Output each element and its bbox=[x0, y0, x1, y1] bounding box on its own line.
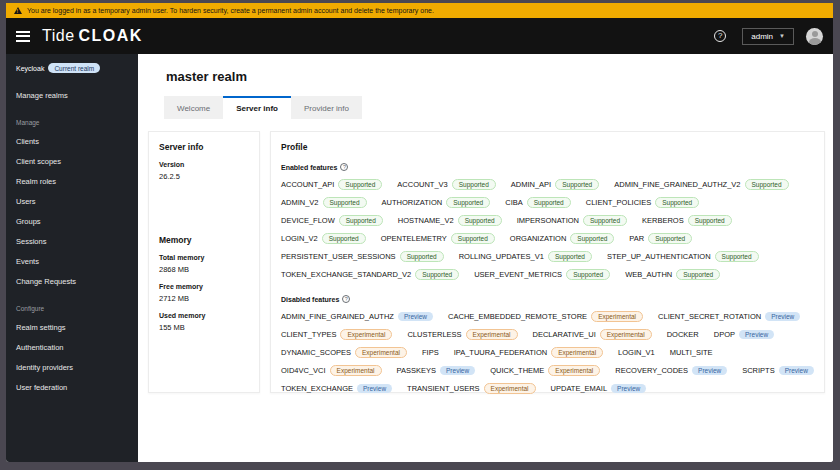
question-circle-icon[interactable]: ? bbox=[340, 163, 348, 171]
sidebar-item[interactable]: User federation bbox=[6, 377, 138, 397]
feature-name: ADMIN_V2 bbox=[281, 198, 319, 207]
main-content: master realm Welcome Server info Provide… bbox=[138, 54, 833, 462]
feature-item: QUICK_THEME Experimental bbox=[490, 365, 600, 376]
realm-selector[interactable]: Keycloak Current realm bbox=[6, 61, 138, 81]
sidebar-item[interactable]: Sessions bbox=[6, 231, 138, 251]
sidebar-item[interactable]: Events bbox=[6, 251, 138, 271]
feature-badge: Experimental bbox=[600, 329, 652, 340]
avatar[interactable] bbox=[806, 28, 823, 45]
feature-name: MULTI_SITE bbox=[670, 348, 713, 357]
sidebar-item[interactable]: Realm roles bbox=[6, 171, 138, 191]
feature-item: ORGANIZATION Supported bbox=[510, 233, 615, 244]
sidebar-top-items: Manage realms bbox=[6, 81, 138, 105]
temporary-admin-warning-banner: You are logged in as a temporary admin u… bbox=[6, 3, 833, 18]
feature-item: TOKEN_EXCHANGE_STANDARD_V2 Supported bbox=[281, 269, 459, 280]
feature-name: FIPS bbox=[422, 348, 439, 357]
feature-name: ORGANIZATION bbox=[510, 234, 567, 243]
feature-item: MULTI_SITE bbox=[670, 347, 713, 358]
feature-name: ADMIN_FINE_GRAINED_AUTHZ_V2 bbox=[614, 180, 740, 189]
feature-badge: Experimental bbox=[591, 311, 643, 322]
current-realm-badge: Current realm bbox=[48, 63, 100, 73]
feature-badge: Experimental bbox=[355, 347, 407, 358]
feature-item: ACCOUNT_API Supported bbox=[281, 179, 382, 190]
feature-badge: Supported bbox=[400, 251, 444, 262]
free-memory-label: Free memory bbox=[159, 283, 249, 290]
used-memory-value: 155 MB bbox=[159, 323, 249, 332]
feature-badge: Supported bbox=[446, 197, 490, 208]
feature-name: TOKEN_EXCHANGE bbox=[281, 384, 353, 393]
feature-badge: Preview bbox=[765, 312, 800, 321]
feature-name: DYNAMIC_SCOPES bbox=[281, 348, 351, 357]
feature-item: FIPS bbox=[422, 347, 439, 358]
feature-name: KERBEROS bbox=[642, 216, 684, 225]
feature-name: PASSKEYS bbox=[397, 366, 436, 375]
feature-item: ADMIN_FINE_GRAINED_AUTHZ Preview bbox=[281, 311, 433, 322]
sidebar-item[interactable]: Authentication bbox=[6, 337, 138, 357]
sidebar-item[interactable]: Clients bbox=[6, 131, 138, 151]
feature-item: PERSISTENT_USER_SESSIONS Supported bbox=[281, 251, 444, 262]
feature-badge: Supported bbox=[715, 251, 759, 262]
tab-server-info[interactable]: Server info bbox=[223, 96, 291, 119]
sidebar-group-manage: Manage bbox=[6, 105, 138, 131]
logo-cloak: CLOAK bbox=[79, 27, 143, 45]
feature-name: IPA_TUURA_FEDERATION bbox=[454, 348, 548, 357]
sidebar-item[interactable]: Users bbox=[6, 191, 138, 211]
server-info-card: Server info Version 26.2.5 Memory Total … bbox=[148, 131, 260, 393]
feature-item: CACHE_EMBEDDED_REMOTE_STORE Experimental bbox=[448, 311, 643, 322]
feature-item: ADMIN_FINE_GRAINED_AUTHZ_V2 Supported bbox=[614, 179, 788, 190]
feature-badge: Supported bbox=[548, 251, 592, 262]
profile-card: Profile Enabled features ? ACCOUNT_API S… bbox=[270, 131, 825, 393]
feature-item: ACCOUNT_V3 Supported bbox=[397, 179, 495, 190]
version-value: 26.2.5 bbox=[159, 172, 249, 181]
tab-provider-info[interactable]: Provider info bbox=[291, 96, 362, 119]
sidebar-manage-items: ClientsClient scopesRealm rolesUsersGrou… bbox=[6, 131, 138, 291]
feature-item: DOCKER bbox=[667, 329, 699, 340]
sidebar-group-configure: Configure bbox=[6, 291, 138, 317]
sidebar-item[interactable]: Groups bbox=[6, 211, 138, 231]
feature-badge: Preview bbox=[398, 312, 433, 321]
feature-item: DEVICE_FLOW Supported bbox=[281, 215, 383, 226]
feature-name: ACCOUNT_API bbox=[281, 180, 334, 189]
enabled-features-heading: Enabled features ? bbox=[281, 163, 814, 171]
feature-item: OID4VC_VCI Experimental bbox=[281, 365, 382, 376]
help-icon[interactable]: ? bbox=[714, 30, 726, 42]
sidebar-item[interactable]: Identity providers bbox=[6, 357, 138, 377]
feature-name: LOGIN_V2 bbox=[281, 234, 318, 243]
tab-welcome[interactable]: Welcome bbox=[164, 96, 223, 119]
sidebar-item[interactable]: Change Requests bbox=[6, 271, 138, 291]
feature-badge: Supported bbox=[655, 197, 699, 208]
sidebar-item[interactable]: Realm settings bbox=[6, 317, 138, 337]
logo-tide: Tide bbox=[42, 27, 75, 45]
question-circle-icon[interactable]: ? bbox=[342, 295, 350, 303]
feature-name: CLIENT_SECRET_ROTATION bbox=[658, 312, 761, 321]
feature-name: ADMIN_FINE_GRAINED_AUTHZ bbox=[281, 312, 394, 321]
sidebar-item[interactable]: Client scopes bbox=[6, 151, 138, 171]
feature-name: ROLLING_UPDATES_V1 bbox=[459, 252, 544, 261]
feature-name: DEVICE_FLOW bbox=[281, 216, 335, 225]
feature-badge: Supported bbox=[583, 215, 627, 226]
feature-badge: Supported bbox=[452, 179, 496, 190]
feature-badge: Supported bbox=[339, 215, 383, 226]
total-memory-label: Total memory bbox=[159, 254, 249, 261]
feature-badge: Preview bbox=[440, 366, 475, 375]
total-memory-value: 2868 MB bbox=[159, 265, 249, 274]
feature-badge: Preview bbox=[611, 384, 646, 393]
feature-item: TRANSIENT_USERS Experimental bbox=[407, 383, 535, 394]
tidecloak-logo[interactable]: Tide CLOAK bbox=[42, 27, 143, 45]
user-dropdown-label: admin bbox=[751, 32, 773, 41]
feature-name: ADMIN_API bbox=[511, 180, 551, 189]
feature-item: CLIENT_SECRET_ROTATION Preview bbox=[658, 311, 800, 322]
feature-item: ADMIN_API Supported bbox=[511, 179, 599, 190]
user-dropdown[interactable]: admin ▼ bbox=[742, 28, 794, 45]
warning-triangle-icon bbox=[14, 7, 22, 14]
realm-name: Keycloak bbox=[16, 65, 44, 72]
feature-item: CLIENT_POLICIES Supported bbox=[586, 197, 699, 208]
feature-badge: Supported bbox=[527, 197, 571, 208]
sidebar-item[interactable]: Manage realms bbox=[6, 85, 138, 105]
feature-name: SCRIPTS bbox=[742, 366, 775, 375]
feature-name: CLIENT_POLICIES bbox=[586, 198, 651, 207]
hamburger-menu-icon[interactable] bbox=[16, 31, 30, 42]
feature-name: CLIENT_TYPES bbox=[281, 330, 336, 339]
feature-name: UPDATE_EMAIL bbox=[551, 384, 608, 393]
disabled-features-list: ADMIN_FINE_GRAINED_AUTHZ Preview CACHE_E… bbox=[281, 311, 814, 394]
